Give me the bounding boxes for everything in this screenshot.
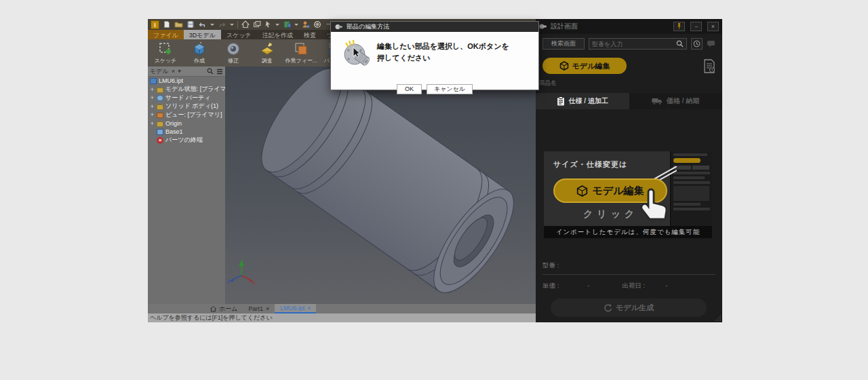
- viewport-3d[interactable]: Y X Z: [225, 66, 536, 304]
- select-part-illustration-icon: [340, 38, 372, 71]
- undo-dropdown-caret[interactable]: [210, 24, 214, 26]
- document-tab-bar: ホーム Part1 × LMU6.ipt ×: [148, 304, 536, 314]
- work-features-button[interactable]: 作業フィー...: [286, 41, 316, 66]
- resize-grip[interactable]: [715, 316, 721, 321]
- part-number-input[interactable]: [592, 41, 676, 48]
- inventor-logo-icon: I: [151, 20, 159, 29]
- tab-3d-model[interactable]: 3Dモデル: [184, 30, 221, 39]
- product-name-label: 商品名: [536, 74, 722, 88]
- dialog-title-bar[interactable]: 部品の編集方法: [331, 22, 538, 32]
- tree-item-view[interactable]: + ビュー: [プライマリ]: [148, 111, 225, 119]
- expand-icon[interactable]: +: [150, 86, 155, 93]
- work-plane-icon: [294, 41, 309, 56]
- tab-inspect[interactable]: 検査: [298, 30, 321, 39]
- select-tool-icon[interactable]: [264, 20, 272, 28]
- inspect-button[interactable]: 調査: [252, 41, 282, 66]
- doc-tab-part1[interactable]: Part1 ×: [243, 304, 275, 314]
- part-3d-model[interactable]: [225, 66, 536, 304]
- model-edit-row: モデル編集: [536, 50, 722, 74]
- banner-mini-screenshot: [670, 151, 712, 226]
- close-tab-icon[interactable]: ×: [307, 305, 311, 311]
- quote-document-icon[interactable]: [704, 59, 715, 73]
- tab-file[interactable]: ファイル: [148, 30, 184, 39]
- save-icon[interactable]: [186, 20, 195, 28]
- create-button[interactable]: 作成: [184, 41, 214, 66]
- design-plugin-panel: 設計画面 － × 検索画面 モデル編集: [536, 19, 722, 322]
- tree-item-end-of-part[interactable]: × パーツの終端: [148, 136, 225, 145]
- render-wheel-icon[interactable]: [313, 20, 321, 28]
- cube-icon: [559, 61, 569, 71]
- tree-item-origin[interactable]: + Origin: [148, 119, 225, 128]
- folder-icon: [157, 104, 163, 110]
- tab-spec-addwork[interactable]: 仕様 / 追加工: [536, 93, 629, 109]
- ok-button[interactable]: OK: [397, 84, 422, 94]
- comment-icon[interactable]: [707, 40, 715, 48]
- modify-button[interactable]: 修正: [218, 41, 248, 66]
- svg-text:Y: Y: [241, 259, 244, 264]
- screen: I 一般 ファイル 3Dモデル スケッチ 注記を作成 検査: [0, 0, 868, 380]
- clipboard-icon: [557, 96, 565, 106]
- browser-add-icon[interactable]: +: [178, 68, 181, 75]
- tree-item-solid-bodies[interactable]: + ソリッド ボディ(1): [148, 102, 225, 111]
- pin-button[interactable]: [673, 22, 685, 31]
- tab-price-delivery[interactable]: 価格 / 納期: [629, 93, 723, 109]
- tree-item-part-root[interactable]: LMU6.ipt: [148, 77, 225, 86]
- expand-icon[interactable]: +: [150, 103, 155, 110]
- feature-icon: [157, 129, 163, 135]
- extrude-icon: [192, 41, 207, 56]
- tree-item-model-states[interactable]: + モデル状態: [プライマリ]: [148, 86, 225, 94]
- expand-icon[interactable]: +: [150, 120, 155, 127]
- tree-item-third-party[interactable]: + サード パーティ: [148, 94, 225, 102]
- cancel-button[interactable]: キャンセル: [427, 84, 473, 94]
- home-view-icon[interactable]: [241, 20, 250, 28]
- model-edit-promo-banner[interactable]: サイズ・仕様変更は モデル編集 クリック インポートしたモデルは、何度でも編集可…: [544, 151, 712, 238]
- redo-dropdown-caret[interactable]: [230, 24, 234, 26]
- expand-icon[interactable]: +: [150, 111, 155, 118]
- search-icon[interactable]: [676, 40, 684, 48]
- banner-headline: サイズ・仕様変更は: [553, 159, 627, 170]
- close-tab-icon[interactable]: ×: [266, 305, 269, 312]
- select-dropdown-caret[interactable]: [275, 24, 279, 26]
- redo-icon[interactable]: [218, 21, 226, 28]
- end-of-part-icon: ×: [157, 137, 163, 144]
- generate-model-button[interactable]: モデル生成: [551, 299, 707, 317]
- doc-tab-lmu6[interactable]: LMU6.ipt ×: [275, 304, 316, 314]
- material-dropdown-caret[interactable]: [294, 24, 298, 26]
- minimize-button[interactable]: －: [690, 22, 702, 31]
- panel-title: 設計画面: [551, 22, 668, 31]
- sketch-icon: [158, 41, 173, 56]
- third-party-icon: [157, 95, 163, 101]
- user-account-icon[interactable]: [302, 20, 310, 28]
- sketch-button[interactable]: スケッチ: [151, 41, 180, 66]
- unit-price-value: -: [587, 282, 589, 290]
- browser-close-icon[interactable]: ×: [172, 68, 175, 75]
- panel-close-button[interactable]: ×: [707, 22, 719, 31]
- doc-tab-home[interactable]: ホーム: [205, 304, 243, 314]
- panel-app-icon: [539, 23, 547, 30]
- unit-price-label: 単価 :: [542, 282, 559, 290]
- part-number-field[interactable]: [589, 38, 687, 50]
- switch-window-icon[interactable]: [253, 20, 261, 28]
- browser-menu-icon[interactable]: [216, 69, 223, 75]
- browser-search-icon[interactable]: [207, 68, 214, 75]
- search-screen-button[interactable]: 検索画面: [542, 38, 585, 50]
- result-fields: 型番 : 単価 : - 出荷日 : -: [536, 258, 722, 290]
- ship-date-label: 出荷日 :: [622, 282, 645, 290]
- undo-icon[interactable]: [198, 21, 207, 28]
- origin-triad: Y X Z: [226, 258, 256, 285]
- history-button[interactable]: [691, 38, 703, 50]
- tree-item-base1[interactable]: Base1: [148, 128, 225, 136]
- model-edit-button[interactable]: モデル編集: [542, 58, 627, 74]
- svg-text:Z: Z: [227, 279, 231, 284]
- new-file-icon[interactable]: [163, 20, 171, 28]
- dialog-body: 編集したい部品を選択し、OKボタンを 押してください OK キャンセル: [331, 32, 538, 90]
- measure-icon: [260, 41, 275, 56]
- material-book-icon[interactable]: [283, 20, 291, 28]
- expand-icon[interactable]: +: [150, 94, 155, 101]
- tab-annotate[interactable]: 注記を作成: [257, 30, 298, 39]
- open-file-icon[interactable]: [174, 20, 183, 28]
- hole-icon: [226, 41, 241, 56]
- dialog-title: 部品の編集方法: [347, 22, 389, 31]
- truck-icon: [652, 98, 663, 105]
- tab-sketch[interactable]: スケッチ: [221, 30, 257, 39]
